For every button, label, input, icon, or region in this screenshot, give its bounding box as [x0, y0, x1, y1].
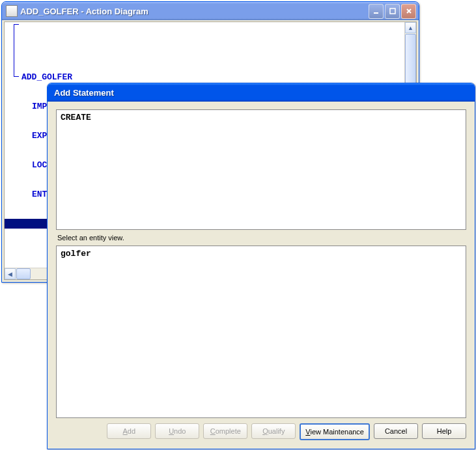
statement-textbox[interactable]: CREATE: [56, 109, 466, 230]
main-titlebar[interactable]: ADD_GOLFER - Action Diagram: [2, 2, 419, 20]
main-title: ADD_GOLFER - Action Diagram: [20, 7, 369, 16]
dialog-client-area: CREATE Select an entity view. golfer Add…: [49, 103, 473, 447]
svg-rect-1: [390, 8, 395, 14]
dialog-titlebar[interactable]: Add Statement: [48, 83, 475, 102]
close-button[interactable]: [401, 4, 416, 19]
scroll-left-icon[interactable]: ◀: [5, 268, 16, 279]
minimize-button[interactable]: [369, 4, 384, 19]
scroll-up-icon[interactable]: ▲: [405, 22, 416, 33]
scroll-thumb[interactable]: [16, 268, 31, 279]
maximize-button[interactable]: [385, 4, 400, 19]
entity-view-listbox[interactable]: golfer: [56, 246, 466, 418]
code-line: ADD_GOLFER: [10, 72, 415, 82]
cancel-button[interactable]: Cancel: [374, 423, 418, 439]
add-statement-dialog: Add Statement CREATE Select an entity vi…: [47, 83, 475, 449]
statement-text: CREATE: [61, 113, 91, 122]
qualify-button[interactable]: Qualify: [251, 423, 296, 439]
dialog-button-bar: Add Undo Complete Qualify View Maintenan…: [56, 418, 466, 440]
dialog-title: Add Statement: [51, 88, 472, 98]
window-controls: [369, 4, 416, 19]
undo-button[interactable]: Undo: [155, 423, 199, 439]
app-icon: [6, 5, 18, 17]
entity-view-item[interactable]: golfer: [61, 249, 91, 259]
add-button[interactable]: Add: [107, 423, 151, 439]
help-button[interactable]: Help: [422, 423, 466, 439]
complete-button[interactable]: Complete: [203, 423, 247, 439]
view-maintenance-button[interactable]: View Maintenance: [300, 423, 370, 440]
prompt-label: Select an entity view.: [56, 230, 466, 246]
svg-rect-0: [374, 12, 378, 14]
